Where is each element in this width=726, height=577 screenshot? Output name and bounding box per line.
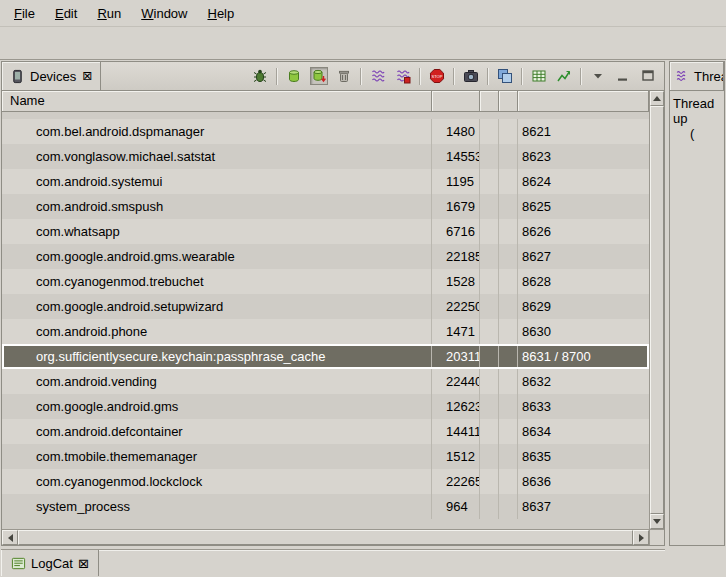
column-header-port[interactable] xyxy=(518,91,649,112)
process-port: 8627 xyxy=(518,244,649,269)
empty-cell xyxy=(499,269,518,294)
empty-cell xyxy=(480,219,499,244)
vertical-scroll-thumb[interactable] xyxy=(650,106,664,514)
empty-cell xyxy=(499,419,518,444)
close-icon[interactable]: ⊠ xyxy=(82,70,92,82)
stop-process-icon[interactable]: STOP xyxy=(428,67,446,85)
table-row[interactable]: com.google.android.setupwizard 22250 862… xyxy=(2,294,649,319)
threads-message: Thread up ( xyxy=(670,91,724,545)
process-name: com.android.vending xyxy=(2,369,432,394)
menu-item[interactable]: Help xyxy=(197,3,244,24)
process-pid: 1512 xyxy=(432,444,480,469)
table-row[interactable]: com.tmobile.thememanager 1512 8635 xyxy=(2,444,649,469)
table-row[interactable]: system_process 964 8637 xyxy=(2,494,649,519)
empty-cell xyxy=(499,144,518,169)
threads-message-line1: Thread up xyxy=(673,96,721,126)
empty-cell xyxy=(480,344,499,369)
process-port: 8628 xyxy=(518,269,649,294)
table-row[interactable]: com.cyanogenmod.trebuchet 1528 8628 xyxy=(2,269,649,294)
table-row[interactable]: com.google.android.gms 12623 8633 xyxy=(2,394,649,419)
process-name: com.tmobile.thememanager xyxy=(2,444,432,469)
scroll-up-arrow[interactable] xyxy=(650,91,664,106)
empty-cell xyxy=(480,444,499,469)
column-header-pid[interactable] xyxy=(432,91,480,112)
table-header: Name xyxy=(2,91,649,112)
empty-cell xyxy=(499,169,518,194)
tab-logcat[interactable]: LogCat ⊠ xyxy=(1,550,99,576)
process-port: 8625 xyxy=(518,194,649,219)
process-pid: 964 xyxy=(432,494,480,519)
process-pid: 1679 xyxy=(432,194,480,219)
toolbar-separator xyxy=(580,68,582,85)
table-row[interactable]: com.vonglasow.michael.satstat 14553 8623 xyxy=(2,144,649,169)
table-row[interactable]: com.whatsapp 6716 8626 xyxy=(2,219,649,244)
update-heap-icon[interactable] xyxy=(285,67,303,85)
column-header-blank[interactable] xyxy=(499,91,518,112)
column-header-name[interactable]: Name xyxy=(2,91,432,112)
process-pid: 22185 xyxy=(432,244,480,269)
table-row[interactable]: com.android.defcontainer 14411 8634 xyxy=(2,419,649,444)
capture-view-hierarchy-icon[interactable] xyxy=(496,67,514,85)
scroll-left-arrow[interactable] xyxy=(2,530,18,545)
empty-cell xyxy=(499,319,518,344)
update-threads-icon[interactable] xyxy=(369,67,387,85)
cause-gc-icon[interactable] xyxy=(335,67,353,85)
toolbar-separator xyxy=(487,68,489,85)
threads-icon xyxy=(675,69,689,83)
menu-item[interactable]: File xyxy=(4,3,45,24)
empty-cell xyxy=(499,394,518,419)
close-icon[interactable]: ⊠ xyxy=(78,556,89,571)
tab-label: Devices xyxy=(30,69,76,84)
process-pid: 1480 xyxy=(432,119,480,144)
process-port: 8621 xyxy=(518,119,649,144)
table-row[interactable]: com.android.vending 22440 8632 xyxy=(2,369,649,394)
menu-item[interactable]: Run xyxy=(87,3,131,24)
sysinfo-grid-icon[interactable] xyxy=(530,67,548,85)
dump-hprof-icon[interactable] xyxy=(310,67,328,85)
process-pid: 12623 xyxy=(432,394,480,419)
process-port: 8629 xyxy=(518,294,649,319)
empty-cell xyxy=(480,244,499,269)
device-icon xyxy=(10,69,25,84)
table-row[interactable]: org.sufficientlysecure.keychain:passphra… xyxy=(2,344,649,369)
menu-item[interactable]: Window xyxy=(131,3,197,24)
horizontal-scroll-thumb[interactable] xyxy=(18,530,633,545)
vertical-scrollbar[interactable] xyxy=(649,91,664,529)
sysinfo-chart-icon[interactable] xyxy=(555,67,573,85)
empty-cell xyxy=(499,219,518,244)
process-pid: 22440 xyxy=(432,369,480,394)
column-header-blank[interactable] xyxy=(480,91,499,112)
empty-cell xyxy=(499,344,518,369)
empty-cell xyxy=(480,494,499,519)
process-port: 8624 xyxy=(518,169,649,194)
horizontal-scrollbar[interactable] xyxy=(2,529,649,545)
table-row[interactable]: com.google.android.gms.wearable 22185 86… xyxy=(2,244,649,269)
debug-process-icon[interactable] xyxy=(251,67,269,85)
process-pid: 22265 xyxy=(432,469,480,494)
tab-threads[interactable]: Threads xyxy=(670,62,724,90)
table-row[interactable]: com.android.smspush 1679 8625 xyxy=(2,194,649,219)
process-pid: 1195 xyxy=(432,169,480,194)
table-row[interactable]: com.android.systemui 1195 8624 xyxy=(2,169,649,194)
table-row[interactable]: com.cyanogenmod.lockclock 22265 8636 xyxy=(2,469,649,494)
screen-capture-icon[interactable] xyxy=(462,67,480,85)
empty-cell xyxy=(499,194,518,219)
process-port: 8626 xyxy=(518,219,649,244)
stop-method-profiling-icon[interactable] xyxy=(394,67,412,85)
minimize-icon[interactable] xyxy=(614,67,632,85)
process-name: com.android.defcontainer xyxy=(2,419,432,444)
table-row[interactable]: com.android.phone 1471 8630 xyxy=(2,319,649,344)
process-name: com.google.android.setupwizard xyxy=(2,294,432,319)
process-port: 8633 xyxy=(518,394,649,419)
scroll-down-arrow[interactable] xyxy=(650,514,664,529)
ddms-window: File Edit Run Window Help Devices ⊠ xyxy=(0,0,726,577)
maximize-icon[interactable] xyxy=(639,67,657,85)
scroll-right-arrow[interactable] xyxy=(633,530,649,545)
table-row[interactable]: com.bel.android.dspmanager 1480 8621 xyxy=(2,119,649,144)
tab-devices[interactable]: Devices ⊠ xyxy=(2,62,101,90)
menu-item[interactable]: Edit xyxy=(45,3,87,24)
view-menu-icon[interactable] xyxy=(589,67,607,85)
logcat-icon xyxy=(11,556,26,571)
empty-cell xyxy=(499,444,518,469)
empty-cell xyxy=(480,119,499,144)
